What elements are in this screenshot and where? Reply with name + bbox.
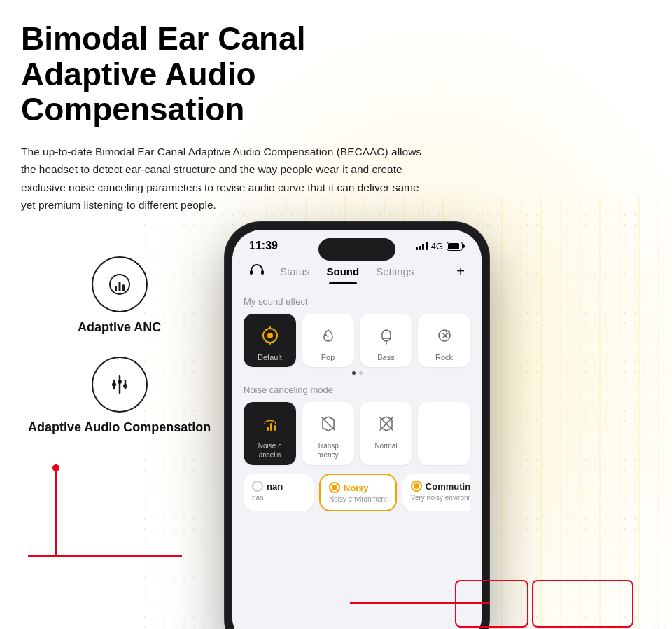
svg-rect-13 <box>261 270 264 275</box>
signal-bar-1 <box>416 247 418 250</box>
headphone-svg <box>249 263 265 276</box>
app-tab-bar: Status Sound Settings + <box>232 256 482 286</box>
red-annotation-line-right <box>350 602 490 604</box>
svg-point-9 <box>123 384 127 388</box>
dot-1 <box>352 371 356 375</box>
default-icon-svg <box>259 324 281 347</box>
sound-effect-section-label: My sound effect <box>244 296 470 307</box>
adaptive-anc-icon-circle <box>92 256 148 312</box>
svg-rect-22 <box>267 427 269 431</box>
sound-card-rock[interactable]: Rock <box>418 314 470 367</box>
slider-card-noisy[interactable]: Noisy Noisy environment <box>319 474 397 511</box>
bass-icon-svg <box>375 324 398 347</box>
normal-mode-icon <box>373 410 400 437</box>
slider-card-commuting-top: Commuting <box>411 481 470 492</box>
sound-card-default[interactable]: Default <box>244 314 296 367</box>
noise-card-transparency[interactable]: Transp arency <box>302 402 354 465</box>
svg-point-7 <box>112 382 116 387</box>
red-vertical-line <box>55 471 57 555</box>
svg-point-15 <box>267 333 273 338</box>
left-icons-column: Adaptive ANC Adaptive Au <box>21 242 211 557</box>
tab-sound[interactable]: Sound <box>320 258 367 284</box>
red-horizontal-line <box>28 555 182 557</box>
carousel-dots <box>244 371 470 375</box>
noise-mode-cards: Noise c ancelin <box>244 402 470 465</box>
adaptive-audio-item: Adaptive Audio Compensation <box>28 357 211 436</box>
page-description: The up-to-date Bimodal Ear Canal Adaptiv… <box>21 143 427 214</box>
dot-2 <box>359 371 363 375</box>
noise-card-empty <box>418 402 470 465</box>
headphone-icon <box>244 256 270 286</box>
noise-card-cancel-label: Noise c ancelin <box>249 441 290 459</box>
slider-dot-noisy <box>329 482 340 493</box>
svg-rect-12 <box>250 270 253 275</box>
page-title: Bimodal Ear Canal Adaptive Audio Compens… <box>21 21 427 127</box>
signal-bar-4 <box>426 242 428 250</box>
empty-icon <box>431 410 458 437</box>
default-sound-icon <box>257 322 284 349</box>
sound-effect-cards: Default <box>244 314 470 367</box>
svg-rect-2 <box>122 284 125 291</box>
slider-card-nan-sub: nan <box>252 494 305 502</box>
status-icons: 4G <box>416 241 465 251</box>
anc-icon <box>107 272 132 297</box>
rock-icon-svg <box>433 324 456 347</box>
noise-card-normal[interactable]: Normal <box>360 402 412 465</box>
rock-sound-icon <box>431 322 458 349</box>
sound-card-pop[interactable]: Pop <box>302 314 354 367</box>
add-tab-button[interactable]: + <box>451 258 470 285</box>
dynamic-island <box>318 238 396 261</box>
noise-mode-section-label: Noise canceling mode <box>244 385 470 395</box>
noise-cancel-svg <box>259 413 281 435</box>
audio-comp-icon <box>107 372 132 397</box>
signal-bars-icon <box>416 242 428 250</box>
svg-rect-23 <box>270 423 272 431</box>
adaptive-audio-label: Adaptive Audio Compensation <box>28 420 211 436</box>
signal-bar-3 <box>422 244 424 250</box>
transparency-icon <box>315 410 342 437</box>
slider-card-commuting[interactable]: Commuting Very noisy environment <box>402 474 470 511</box>
noise-card-cancel[interactable]: Noise c ancelin <box>244 402 296 465</box>
slider-dot-noisy-inner <box>332 485 337 490</box>
sound-card-default-label: Default <box>258 353 282 361</box>
adaptive-anc-item: Adaptive ANC <box>28 256 211 336</box>
pop-icon-svg <box>317 324 340 347</box>
adaptive-anc-label: Adaptive ANC <box>78 319 161 336</box>
red-indicator-line <box>28 457 211 557</box>
page-wrapper: Bimodal Ear Canal Adaptive Audio Compens… <box>0 0 672 629</box>
environment-slider: nan nan <box>244 474 470 511</box>
tab-status[interactable]: Status <box>273 258 317 284</box>
slider-card-nan-title: nan <box>267 481 283 492</box>
red-rect-left <box>455 580 528 628</box>
lower-section: Adaptive ANC Adaptive Au <box>21 242 651 557</box>
slider-card-noisy-sub: Noisy environment <box>329 495 387 503</box>
battery-icon <box>447 242 465 251</box>
sound-card-bass[interactable]: Bass <box>360 314 412 367</box>
svg-rect-0 <box>115 286 117 291</box>
slider-dot-commuting-inner <box>414 483 419 489</box>
svg-rect-1 <box>118 282 120 291</box>
red-rect-center <box>532 580 634 628</box>
transparency-svg <box>317 413 340 435</box>
pop-sound-icon <box>315 322 342 349</box>
svg-rect-18 <box>382 330 391 341</box>
noise-card-transparency-label: Transp arency <box>307 441 349 459</box>
tab-settings[interactable]: Settings <box>369 258 421 284</box>
sound-card-bass-label: Bass <box>377 353 394 361</box>
svg-rect-11 <box>448 243 459 249</box>
noise-card-normal-label: Normal <box>374 441 397 450</box>
status-time: 11:39 <box>249 240 278 252</box>
adaptive-audio-icon-circle <box>92 357 148 413</box>
svg-point-8 <box>118 380 122 384</box>
phone-mockup-container: 11:39 4G <box>224 221 490 628</box>
signal-bar-2 <box>419 246 421 250</box>
slider-card-nan-top: nan <box>252 481 305 492</box>
main-content: Bimodal Ear Canal Adaptive Audio Compens… <box>0 0 672 557</box>
red-dot <box>52 464 59 471</box>
annotation-overlay <box>224 558 490 628</box>
slider-dot-commuting <box>411 481 422 492</box>
sound-card-rock-label: Rock <box>435 353 453 361</box>
slider-card-nan[interactable]: nan nan <box>244 474 314 511</box>
normal-svg <box>375 413 398 435</box>
noise-cancel-icon <box>257 410 284 437</box>
